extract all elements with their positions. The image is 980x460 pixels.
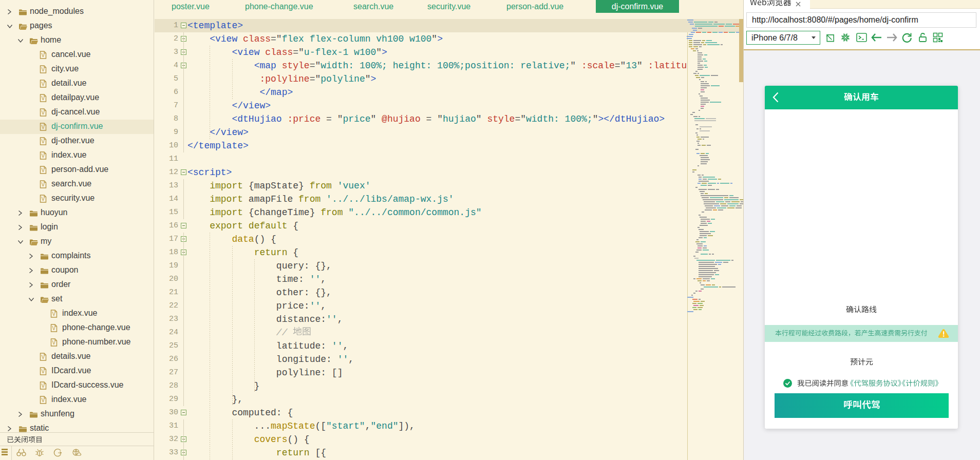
svg-text:V: V xyxy=(52,325,56,331)
svg-text:V: V xyxy=(42,182,45,187)
svg-text:V: V xyxy=(42,196,45,202)
svg-text:V: V xyxy=(42,153,45,159)
svg-text:V: V xyxy=(42,52,45,58)
svg-text:V: V xyxy=(52,311,56,317)
svg-text:V: V xyxy=(42,383,45,389)
svg-text:V: V xyxy=(42,67,45,72)
svg-text:V: V xyxy=(42,354,45,360)
svg-text:V: V xyxy=(42,397,45,403)
svg-text:V: V xyxy=(42,167,45,173)
svg-text:V: V xyxy=(52,340,56,346)
svg-text:V: V xyxy=(42,110,45,116)
svg-text:V: V xyxy=(42,95,45,101)
svg-text:V: V xyxy=(42,139,45,144)
svg-text:V: V xyxy=(42,124,45,130)
svg-text:V: V xyxy=(42,369,45,374)
svg-text:V: V xyxy=(42,81,45,87)
